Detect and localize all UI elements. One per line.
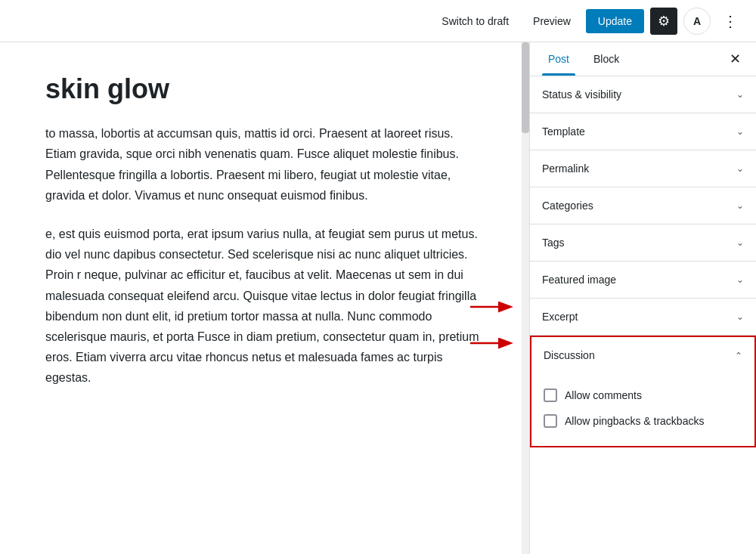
chevron-down-icon: ⌄ (736, 89, 744, 100)
section-discussion-header[interactable]: Discussion ⌄ (531, 337, 754, 373)
section-categories: Categories ⌄ (530, 187, 756, 224)
editor-scrollbar-track[interactable] (522, 42, 529, 554)
chevron-down-icon: ⌄ (736, 274, 744, 285)
gear-icon: ⚙ (658, 13, 670, 29)
section-template-label: Template (542, 125, 585, 138)
section-categories-header[interactable]: Categories ⌄ (530, 187, 756, 224)
main-layout: skin glow to massa, lobortis at accumsan… (0, 42, 756, 554)
chevron-down-icon: ⌄ (736, 163, 744, 174)
chevron-down-icon: ⌄ (736, 200, 744, 211)
allow-comments-checkbox[interactable] (544, 388, 557, 402)
settings-button[interactable]: ⚙ (650, 8, 677, 35)
section-discussion: Discussion ⌄ Allow comments Allow pingba… (530, 336, 756, 447)
section-discussion-label: Discussion (544, 349, 595, 361)
allow-pingbacks-label: Allow pingbacks & trackbacks (565, 415, 704, 427)
section-excerpt-label: Excerpt (542, 311, 578, 323)
editor-paragraph-1: to massa, lobortis at accumsan quis, mat… (45, 123, 484, 206)
section-permalink-header[interactable]: Permalink ⌄ (530, 150, 756, 187)
section-featured-image-header[interactable]: Featured image ⌄ (530, 262, 756, 298)
toolbar: Switch to draft Preview Update ⚙ A ⋮ (0, 0, 756, 42)
switch-to-draft-button[interactable]: Switch to draft (432, 11, 518, 32)
chevron-down-icon: ⌄ (736, 311, 744, 322)
section-template: Template ⌄ (530, 113, 756, 150)
section-excerpt: Excerpt ⌄ (530, 299, 756, 336)
more-options-button[interactable]: ⋮ (717, 8, 744, 35)
tab-post[interactable]: Post (542, 42, 575, 76)
sidebar: Post Block ✕ Status & visibility ⌄ Templ… (529, 42, 756, 554)
section-status-visibility-label: Status & visibility (542, 88, 621, 101)
section-tags: Tags ⌄ (530, 224, 756, 262)
section-tags-label: Tags (542, 237, 565, 249)
allow-comments-row[interactable]: Allow comments (544, 382, 742, 408)
section-permalink: Permalink ⌄ (530, 150, 756, 187)
more-icon: ⋮ (723, 12, 738, 30)
section-categories-label: Categories (542, 200, 593, 212)
editor-scrollbar-thumb[interactable] (522, 42, 529, 133)
section-tags-header[interactable]: Tags ⌄ (530, 224, 756, 261)
update-button[interactable]: Update (586, 9, 644, 33)
section-excerpt-header[interactable]: Excerpt ⌄ (530, 299, 756, 335)
allow-pingbacks-row[interactable]: Allow pingbacks & trackbacks (544, 408, 742, 434)
section-template-header[interactable]: Template ⌄ (530, 113, 756, 150)
editor-heading: skin glow (45, 73, 484, 105)
allow-pingbacks-checkbox[interactable] (544, 414, 557, 428)
section-featured-image: Featured image ⌄ (530, 262, 756, 299)
tab-block[interactable]: Block (587, 42, 625, 76)
chevron-down-icon: ⌄ (736, 237, 744, 248)
editor-paragraph-2: e, est quis euismod porta, erat ipsum va… (45, 224, 484, 388)
discussion-content: Allow comments Allow pingbacks & trackba… (531, 373, 754, 446)
chevron-down-icon: ⌄ (736, 126, 744, 137)
astra-button[interactable]: A (683, 8, 711, 35)
section-status-visibility-header[interactable]: Status & visibility ⌄ (530, 76, 756, 113)
sidebar-tabs: Post Block ✕ (530, 42, 756, 76)
astra-icon: A (693, 15, 701, 27)
section-permalink-label: Permalink (542, 162, 589, 175)
preview-button[interactable]: Preview (524, 11, 580, 32)
allow-comments-label: Allow comments (565, 389, 642, 401)
editor-area[interactable]: skin glow to massa, lobortis at accumsan… (0, 42, 529, 554)
chevron-up-icon: ⌄ (735, 350, 742, 361)
section-featured-image-label: Featured image (542, 274, 616, 286)
section-status-visibility: Status & visibility ⌄ (530, 76, 756, 113)
sidebar-close-button[interactable]: ✕ (727, 48, 744, 70)
